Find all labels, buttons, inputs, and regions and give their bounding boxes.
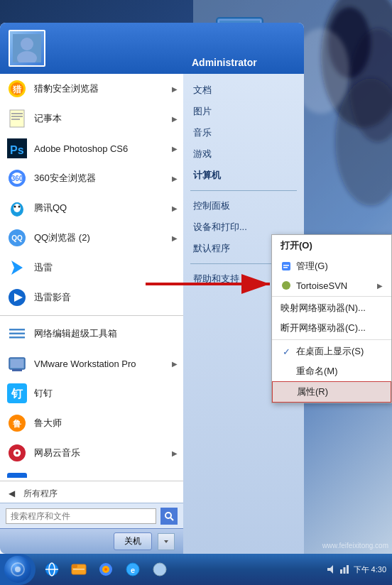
svg-point-33 [18,206,21,208]
svg-point-51 [16,452,18,454]
svg-rect-40 [9,333,25,335]
svg-line-64 [170,518,173,520]
search-bar [0,503,183,528]
programs-arrow: ◀ [9,488,15,498]
ctx-map-drive[interactable]: 映射网络驱动器(N)... [272,298,391,318]
svg-point-63 [165,513,171,518]
menu-item-leopard-browser[interactable]: 猎 猎豹安全浏览器 ▶ [0,74,183,104]
user-avatar [9,30,45,67]
menu-divider [0,315,183,316]
taskbar-ie2-icon[interactable]: e [121,558,144,581]
ctx-tortoise[interactable]: TortoiseSVN ▶ [272,276,391,295]
right-menu-control-panel[interactable]: 控制面板 [183,195,304,217]
svg-rect-21 [11,113,23,114]
start-button[interactable] [0,554,36,585]
start-menu-header [0,23,183,74]
svg-text:360: 360 [11,175,23,182]
svg-point-84 [153,563,166,576]
right-menu-computer[interactable]: 计算机 [183,165,304,186]
ctx-divider-1 [272,296,391,297]
svg-rect-52 [7,473,27,478]
svg-rect-69 [283,267,288,268]
shutdown-button[interactable]: 关机 [114,532,152,550]
svg-rect-77 [72,564,77,568]
vmware-icon [6,352,28,375]
volume-icon[interactable] [325,564,337,575]
svg-point-72 [15,567,21,572]
neteditor-icon [6,322,28,345]
svg-rect-39 [9,329,25,331]
qqvideo-icon: Q [6,471,28,478]
xunlei-icon [6,256,28,279]
menu-item-vmware[interactable]: VMware Workstation Pro ▶ [0,349,183,378]
menu-item-qqvideo[interactable]: Q QQ影音 [0,468,183,478]
search-input[interactable] [6,508,156,524]
arrow-icon: ▶ [172,145,178,153]
right-menu-documents[interactable]: 文档 [183,80,304,101]
ctx-open[interactable]: 打开(O) [272,235,391,256]
taskbar-browser-icon[interactable] [94,558,117,581]
taskbar-ie-icon[interactable] [40,558,63,581]
taskbar-app-icon[interactable] [148,558,171,581]
notepad-icon [6,107,28,130]
leopard-browser-icon: 猎 [6,77,28,100]
svg-point-31 [13,204,21,212]
arrow-icon: ▶ [172,175,178,182]
clock: 下午 4:30 [354,564,386,575]
ctx-properties[interactable]: 属性(R) [272,381,391,403]
menu-items-list: 猎 猎豹安全浏览器 ▶ 记事本 ▶ [0,74,183,478]
menu-item-xunlei[interactable]: 迅雷 [0,253,183,283]
arrow-icon: ▶ [172,85,178,93]
svg-text:e: e [131,566,135,574]
ctx-show-desktop[interactable]: ✓ 在桌面上显示(S) [272,341,391,361]
right-menu-games[interactable]: 游戏 [183,143,304,165]
svg-rect-68 [283,265,289,266]
svg-point-70 [282,281,290,290]
menu-item-ludashi[interactable]: 鲁 鲁大师 [0,408,183,438]
svg-rect-67 [282,262,290,270]
taskbar-explorer-icon[interactable] [67,558,90,581]
taskbar: e 下午 4:30 [0,554,392,585]
right-menu-pictures[interactable]: 图片 [183,101,304,122]
network-icon[interactable] [339,564,350,575]
svg-text:猎: 猎 [12,84,22,94]
start-orb[interactable] [4,556,31,583]
360browser-icon: 360 [6,167,28,190]
ctx-disconnect-drive[interactable]: 断开网络驱动器(C)... [272,318,391,338]
right-menu-music[interactable]: 音乐 [183,122,304,143]
menu-item-360browser[interactable]: 360 360安全浏览器 ▶ [0,163,183,193]
all-programs-item[interactable]: ◀ 所有程序 [0,484,183,503]
svg-rect-23 [11,119,20,120]
xunlei-video-icon [6,286,28,309]
bottom-divider [0,481,183,481]
tortoise-icon [281,280,292,291]
menu-item-dingding[interactable]: 钉 钉钉 [0,378,183,408]
start-menu-left-panel: 猎 猎豹安全浏览器 ▶ 记事本 ▶ [0,23,183,554]
svg-marker-36 [11,261,23,275]
menu-item-photoshop[interactable]: Ps Adobe Photoshop CS6 ▶ [0,133,183,163]
shutdown-arrow-button[interactable] [158,533,175,550]
shutdown-bar: 关机 [0,528,183,554]
manage-icon [281,261,292,272]
ctx-rename[interactable]: 重命名(M) [272,361,391,381]
svg-rect-44 [12,369,22,371]
menu-item-xunlei-video[interactable]: 迅雷影音 [0,283,183,312]
svg-rect-41 [9,337,25,339]
menu-item-qq[interactable]: 腾讯QQ ▶ [0,193,183,223]
ctx-manage[interactable]: 管理(G) [272,256,391,276]
context-menu: 打开(O) 管理(G) TortoiseSVN ▶ 映射网络驱动器(N)... … [271,234,392,403]
arrow-icon: ▶ [172,449,178,457]
netease-music-icon [6,442,28,464]
right-menu-header: Administrator [183,23,304,74]
arrow-icon: ▶ [172,204,178,212]
ctx-divider-2 [272,339,391,340]
svg-rect-43 [11,359,23,368]
menu-item-netease-music[interactable]: 网易云音乐 ▶ [0,438,183,468]
menu-item-neteditor[interactable]: 网络编辑超级工具箱 [0,319,183,349]
checkmark-icon: ✓ [281,346,292,357]
svg-rect-88 [347,565,349,574]
menu-item-qqbrowser[interactable]: QQ QQ浏览器 (2) ▶ [0,223,183,253]
search-button[interactable] [160,508,178,525]
svg-point-15 [21,38,33,50]
menu-item-notepad[interactable]: 记事本 ▶ [0,104,183,133]
